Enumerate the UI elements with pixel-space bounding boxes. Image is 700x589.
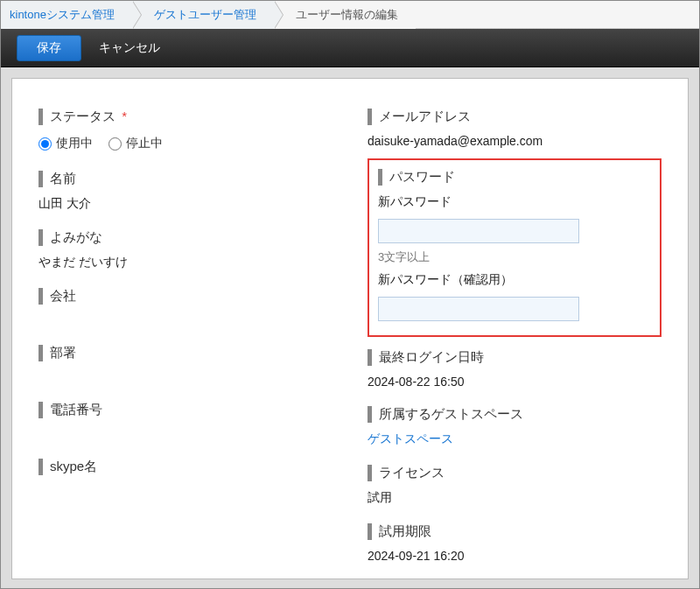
phone-value [38, 425, 332, 446]
lastlogin-label: 最終ログイン日時 [368, 349, 662, 366]
newpw-confirm-label: 新パスワード（確認用） [378, 270, 651, 293]
status-radio-group: 使用中 停止中 [38, 132, 332, 158]
company-label: 会社 [38, 288, 332, 305]
lastlogin-value: 2024-08-22 16:50 [368, 373, 662, 394]
form-panel: ステータス * 使用中 停止中 名前 山田 大介 よみがな やまだ だいすけ 会… [11, 78, 689, 579]
newpw-help: 3文字以上 [378, 247, 651, 270]
trial-label: 試用期限 [368, 523, 662, 540]
panel-wrap: ステータス * 使用中 停止中 名前 山田 大介 よみがな やまだ だいすけ 会… [1, 67, 699, 589]
status-stopped-text: 停止中 [126, 136, 163, 151]
license-label: ライセンス [368, 465, 662, 481]
trial-value: 2024-09-21 16:20 [368, 547, 662, 568]
phone-label: 電話番号 [38, 402, 332, 418]
company-value [38, 312, 332, 333]
kana-value: やまだ だいすけ [38, 253, 332, 276]
breadcrumb-root[interactable]: kintoneシステム管理 [1, 1, 132, 29]
breadcrumb-current: ユーザー情報の編集 [274, 1, 416, 29]
password-label: パスワード [378, 169, 651, 186]
skype-value [38, 482, 332, 503]
toolbar: 保存 キャンセル [1, 29, 699, 67]
right-column: メールアドレス daisuke-yamada@example.com パスワード… [368, 96, 662, 561]
email-value: daisuke-yamada@example.com [368, 132, 662, 153]
email-label: メールアドレス [368, 109, 662, 125]
breadcrumb-mid[interactable]: ゲストユーザー管理 [132, 1, 274, 29]
password-highlight-box: パスワード 新パスワード 3文字以上 新パスワード（確認用） [368, 158, 662, 337]
guestspace-label: 所属するゲストスペース [368, 406, 662, 423]
cancel-button[interactable]: キャンセル [99, 40, 160, 56]
guestspace-link[interactable]: ゲストスペース [368, 430, 662, 452]
left-column: ステータス * 使用中 停止中 名前 山田 大介 よみがな やまだ だいすけ 会… [38, 96, 332, 561]
name-value: 山田 大介 [38, 194, 332, 217]
status-stopped-option[interactable]: 停止中 [108, 136, 163, 151]
dept-label: 部署 [38, 345, 332, 361]
save-button[interactable]: 保存 [17, 35, 81, 61]
breadcrumb: kintoneシステム管理 ゲストユーザー管理 ユーザー情報の編集 [1, 1, 699, 29]
name-label: 名前 [38, 171, 332, 187]
status-active-text: 使用中 [56, 136, 93, 151]
status-active-radio[interactable] [38, 137, 52, 151]
newpw-label: 新パスワード [378, 193, 651, 215]
kana-label: よみがな [38, 229, 332, 246]
status-label-text: ステータス [50, 109, 116, 123]
skype-label: skype名 [38, 459, 332, 475]
status-stopped-radio[interactable] [108, 137, 122, 151]
status-active-option[interactable]: 使用中 [38, 136, 93, 151]
dept-value [38, 368, 332, 389]
new-password-confirm-input[interactable] [378, 297, 579, 321]
license-value: 試用 [368, 488, 662, 511]
new-password-input[interactable] [378, 219, 579, 243]
status-label: ステータス * [38, 109, 332, 125]
required-mark: * [122, 109, 127, 123]
